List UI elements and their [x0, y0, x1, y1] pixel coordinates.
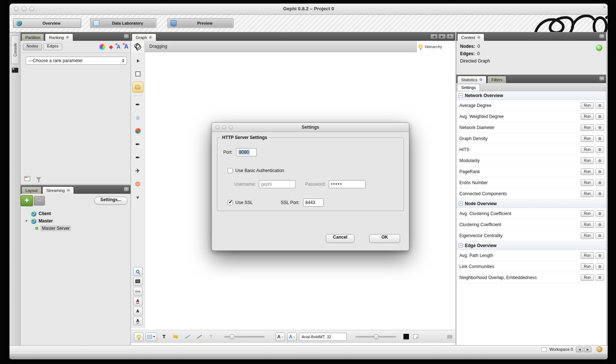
tree-item-master[interactable]: ▼ Master: [24, 217, 131, 225]
minimize-panel-icon[interactable]: ▾: [599, 34, 605, 39]
password-field[interactable]: •••••: [329, 180, 366, 188]
terminal-icon[interactable]: [12, 68, 18, 73]
run-button[interactable]: Run: [581, 232, 594, 239]
nodes-toggle-button[interactable]: Nodes: [23, 43, 42, 50]
stream-settings-button[interactable]: Settings...: [94, 197, 128, 205]
run-button[interactable]: Run: [581, 146, 594, 153]
sizer-tool-button[interactable]: ✒: [132, 139, 143, 150]
preview-perspective-button[interactable]: Preview: [167, 18, 234, 28]
close-tab-icon[interactable]: ⊗: [479, 78, 483, 82]
port-field[interactable]: 8080: [236, 148, 257, 156]
disclosure-triangle-icon[interactable]: ▼: [24, 219, 29, 223]
overview-perspective-button[interactable]: Overview: [13, 18, 81, 28]
stat-info-button[interactable]: [595, 157, 604, 164]
slider-thumb[interactable]: [229, 334, 235, 339]
edge-font-color-button[interactable]: A·: [287, 332, 297, 341]
stat-info-button[interactable]: [595, 274, 604, 281]
stat-info-button[interactable]: [595, 102, 604, 109]
drag-tool-button[interactable]: [132, 82, 143, 93]
edge-weight-slider[interactable]: [224, 336, 264, 338]
apply-color-tool-button[interactable]: [132, 125, 143, 136]
refresh-context-icon[interactable]: ↻: [596, 44, 602, 51]
stat-info-button[interactable]: [595, 113, 604, 120]
dialog-zoom-button[interactable]: [229, 125, 233, 129]
run-button[interactable]: Run: [581, 221, 594, 228]
node-labels-button[interactable]: T: [159, 332, 169, 341]
screenshot-button[interactable]: [133, 277, 143, 286]
heat-map-tool-button[interactable]: ◆: [132, 112, 143, 123]
reset-colors-button[interactable]: [411, 332, 421, 341]
painter-tool-button[interactable]: ✒: [132, 99, 143, 110]
edge-visibility-button[interactable]: [183, 332, 192, 341]
node-pencil-tool-button[interactable]: [132, 178, 143, 189]
color-wheel-icon[interactable]: [99, 44, 106, 50]
run-button[interactable]: Run: [581, 113, 594, 120]
ok-button[interactable]: OK: [369, 234, 400, 243]
tab-ranking[interactable]: Ranking ⊗: [45, 33, 73, 41]
tab-partition[interactable]: Partition: [21, 33, 44, 41]
close-tab-icon[interactable]: ⊗: [66, 35, 69, 39]
shortest-path-tool-button[interactable]: ✈: [132, 165, 143, 176]
brush-tool-button[interactable]: ✒: [132, 152, 143, 163]
close-tab-icon[interactable]: ⊗: [67, 188, 70, 192]
stat-info-button[interactable]: [595, 135, 604, 142]
rectangle-select-tool-button[interactable]: [132, 68, 143, 79]
basic-auth-checkbox[interactable]: [228, 168, 233, 173]
stats-section-header[interactable]: −Network Overview: [456, 91, 606, 100]
stat-info-button[interactable]: [595, 210, 604, 217]
stats-section-header[interactable]: −Node Overview: [456, 199, 606, 208]
tab-filters[interactable]: Filters: [487, 76, 506, 83]
label-size-slider[interactable]: [356, 336, 396, 338]
minimize-panel-icon[interactable]: ▾: [124, 187, 129, 192]
background-light-button[interactable]: [134, 332, 143, 341]
run-button[interactable]: Run: [581, 252, 594, 259]
font-field[interactable]: Arial-BoldMT, 32: [299, 333, 347, 341]
text-size-mode-button[interactable]: T: [206, 332, 216, 341]
stat-info-button[interactable]: [595, 146, 604, 153]
stat-info-button[interactable]: [595, 190, 604, 197]
label-fill-button[interactable]: [171, 332, 181, 341]
run-button[interactable]: Run: [581, 168, 594, 175]
tab-streaming[interactable]: Streaming ⊗: [42, 186, 74, 194]
close-tab-icon[interactable]: ⊗: [477, 35, 480, 39]
stat-info-button[interactable]: [595, 179, 604, 186]
tab-graph[interactable]: Graph ⊗: [132, 33, 156, 41]
run-button[interactable]: Run: [581, 135, 594, 142]
data-laboratory-perspective-button[interactable]: Data Laboratory: [90, 18, 156, 28]
scroll-tabs-left-button[interactable]: ◀: [430, 34, 438, 39]
run-button[interactable]: Run: [581, 102, 594, 109]
use-ssl-checkbox[interactable]: [228, 200, 233, 205]
run-button[interactable]: Run: [581, 263, 594, 270]
stat-info-button[interactable]: [595, 221, 604, 228]
network-globe-icon[interactable]: [597, 346, 602, 352]
ranking-result-icon[interactable]: [24, 176, 30, 181]
label-color-mode-button[interactable]: A: [133, 297, 143, 306]
stats-section-header[interactable]: −Edge Overview: [456, 241, 606, 250]
edge-pencil-tool-button[interactable]: ➤: [132, 192, 143, 203]
collapse-section-icon[interactable]: −: [459, 93, 463, 97]
run-button[interactable]: Run: [581, 210, 594, 217]
cancel-button[interactable]: Cancel: [326, 234, 355, 243]
zoom-button[interactable]: [133, 267, 143, 276]
stat-info-button[interactable]: [595, 252, 604, 259]
run-button[interactable]: Run: [581, 179, 594, 186]
label-size-mode-button[interactable]: A: [133, 307, 143, 315]
stat-info-button[interactable]: [595, 168, 604, 175]
tab-list-button[interactable]: ▼: [446, 34, 454, 39]
node-size-mode-button[interactable]: size: [133, 287, 143, 296]
slider-thumb[interactable]: [374, 334, 379, 339]
labels-visibility-dropdown[interactable]: [146, 332, 157, 341]
gem-icon[interactable]: ◆: [109, 44, 113, 49]
previous-workspace-button[interactable]: ◀: [576, 347, 583, 352]
label-size-icon[interactable]: A: [124, 44, 128, 50]
stat-info-button[interactable]: [595, 232, 604, 239]
ssl-port-field[interactable]: 8443: [303, 199, 324, 207]
next-workspace-button[interactable]: ▶: [584, 347, 591, 352]
stat-info-button[interactable]: [595, 124, 604, 131]
tree-item-client[interactable]: Client: [24, 210, 131, 217]
run-button[interactable]: Run: [581, 190, 594, 197]
collapse-section-icon[interactable]: −: [459, 243, 463, 247]
subtab-settings[interactable]: Settings: [457, 84, 480, 91]
direct-select-tool-button[interactable]: ➤: [132, 55, 143, 66]
edge-color-button[interactable]: [195, 332, 204, 341]
